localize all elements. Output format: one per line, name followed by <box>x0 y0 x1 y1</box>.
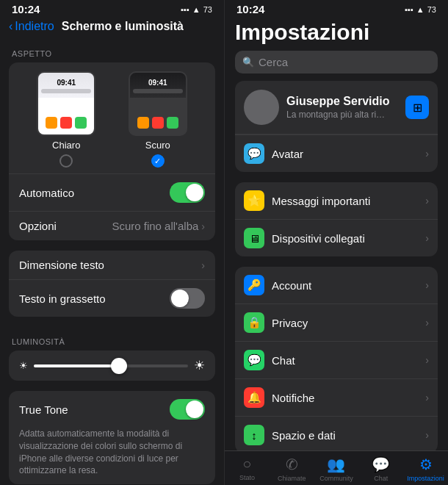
dark-thumb-bar <box>133 89 183 93</box>
impostazioni-title: Impostazioni <box>235 20 369 44</box>
opzioni-row[interactable]: Opzioni Scuro fino all'alba › <box>9 211 215 240</box>
tab-bar: ○ Stato ✆ Chiamate 👥 Community 💬 Chat ⚙ … <box>225 450 448 485</box>
left-status-icons: ▪▪▪ ▲ 73 <box>181 5 212 14</box>
automatico-label: Automatico <box>19 187 74 199</box>
dispositivi-label: Dispositivi collegati <box>272 232 418 245</box>
menu-row-messaggi[interactable]: ⭐ Messaggi importanti › <box>235 182 438 219</box>
light-radio[interactable] <box>59 154 73 168</box>
sun-large-icon: ☀ <box>194 358 205 373</box>
profile-row[interactable]: Giuseppe Servidio La montagna più alta r… <box>235 81 438 134</box>
back-button[interactable]: ‹ Indietro <box>9 20 54 33</box>
grassetto-toggle[interactable] <box>170 288 205 309</box>
brightness-thumb <box>111 358 127 374</box>
privacy-chevron: › <box>425 317 429 328</box>
thumb-icon-green <box>75 117 87 129</box>
left-time: 10:24 <box>12 3 40 15</box>
signal-icon: ▪▪▪ <box>181 5 189 14</box>
account-chevron: › <box>425 279 429 291</box>
truetone-toggle[interactable] <box>170 399 205 420</box>
profile-subtitle: La montagna più alta rimane se... <box>286 109 389 120</box>
light-thumb-bar <box>41 89 91 93</box>
light-theme-option[interactable]: 09:41 Chiaro <box>37 71 95 168</box>
tab-chiamate-label: Chiamate <box>278 475 306 482</box>
tab-chat[interactable]: 💬 Chat <box>358 456 403 482</box>
dark-theme-thumb: 09:41 <box>129 71 187 136</box>
right-nav: Impostazioni <box>225 17 448 51</box>
aspetto-section-label: ASPETTO <box>0 39 224 62</box>
privacy-icon: 🔒 <box>244 312 264 333</box>
dark-theme-option[interactable]: 09:41 Scuro ✓ <box>129 71 187 168</box>
brightness-row: ☀ ☀ <box>19 358 205 373</box>
account-icon: 🔑 <box>244 275 264 295</box>
brightness-fill <box>34 364 119 367</box>
menu-row-spazio[interactable]: ↕ Spazio e dati › <box>235 416 438 450</box>
light-thumb-time: 09:41 <box>38 79 94 87</box>
toggle-knob <box>186 184 203 201</box>
opzioni-label: Opzioni <box>19 220 57 232</box>
luminosita-label: LUMINOSITÀ <box>0 327 224 351</box>
profile-name: Giuseppe Servidio <box>286 95 398 108</box>
dispositivi-icon: 🖥 <box>244 228 264 248</box>
dark-thumb-icons <box>130 117 186 129</box>
spazio-label: Spazio e dati <box>272 429 418 442</box>
tab-community[interactable]: 👥 Community <box>314 456 359 482</box>
right-status-icons: ▪▪▪ ▲ 73 <box>405 5 436 14</box>
profile-grid-icon: ⊞ <box>405 96 429 119</box>
battery-icon: 73 <box>203 5 212 14</box>
tab-chat-label: Chat <box>374 475 388 482</box>
brightness-track[interactable] <box>34 364 188 367</box>
automatico-toggle[interactable] <box>170 182 205 203</box>
menu-row-account[interactable]: 🔑 Account › <box>235 267 438 303</box>
tab-impostazioni[interactable]: ⚙ Impostazioni <box>403 456 448 482</box>
thumb-icon-orange2 <box>137 117 149 129</box>
sun-small-icon: ☀ <box>19 360 28 371</box>
thumb-icon-orange <box>46 117 57 129</box>
brightness-card: ☀ ☀ <box>9 351 215 381</box>
automatico-row: Automatico <box>9 173 215 211</box>
chat-chevron: › <box>425 354 429 366</box>
account-label: Account <box>272 279 418 292</box>
screen-title: Schermo e luminosità <box>62 20 184 33</box>
truetone-label: True Tone <box>19 403 68 416</box>
section-card-2: 🔑 Account › 🔒 Privacy › 💬 Chat › 🔔 Notif… <box>235 267 438 450</box>
r-signal-icon: ▪▪▪ <box>405 5 413 14</box>
menu-row-chat[interactable]: 💬 Chat › <box>235 341 438 378</box>
opzioni-value: Scuro fino all'alba <box>112 220 198 232</box>
tab-stato-label: Stato <box>239 474 255 481</box>
dispositivi-chevron: › <box>425 232 429 244</box>
light-theme-thumb: 09:41 <box>37 71 95 136</box>
messaggi-label: Messaggi importanti <box>272 195 418 207</box>
notifiche-chevron: › <box>425 392 429 403</box>
tab-chiamate-icon: ✆ <box>286 456 298 473</box>
spazio-chevron: › <box>425 429 429 441</box>
thumb-icon-red2 <box>152 117 164 129</box>
chevron-left-icon: ‹ <box>9 20 12 33</box>
light-label: Chiaro <box>52 140 80 151</box>
thumb-icon-green2 <box>167 117 178 129</box>
tab-impostazioni-icon: ⚙ <box>419 456 433 473</box>
truetone-card: True Tone Adatta automaticamente la moda… <box>9 391 215 484</box>
right-scroll-content: 🔍 Cerca Giuseppe Servidio La montagna pi… <box>225 51 448 450</box>
messaggi-icon: ⭐ <box>244 190 264 211</box>
tab-stato-icon: ○ <box>242 456 251 473</box>
menu-row-notifiche[interactable]: 🔔 Notifiche › <box>235 378 438 416</box>
search-bar[interactable]: 🔍 Cerca <box>235 51 438 73</box>
dimensione-chevron: › <box>201 259 205 271</box>
tab-community-label: Community <box>319 475 353 482</box>
dimensione-testo-row[interactable]: Dimensione testo › <box>9 251 215 279</box>
tab-stato[interactable]: ○ Stato <box>225 456 270 482</box>
chat-label: Chat <box>272 354 418 367</box>
menu-row-avatar[interactable]: 💬 Avatar › <box>235 134 438 172</box>
avatar <box>244 90 279 125</box>
truetone-knob <box>186 400 203 418</box>
search-placeholder: Cerca <box>259 56 288 68</box>
profile-info: Giuseppe Servidio La montagna più alta r… <box>286 95 398 120</box>
tab-chiamate[interactable]: ✆ Chiamate <box>270 456 314 482</box>
menu-row-privacy[interactable]: 🔒 Privacy › <box>235 303 438 341</box>
appearance-card: 09:41 Chiaro 09:41 <box>9 62 215 240</box>
left-nav-bar: ‹ Indietro Schermo e luminosità <box>0 17 224 39</box>
left-scroll-content: ASPETTO 09:41 Chiaro <box>0 39 224 485</box>
dark-radio[interactable]: ✓ <box>151 154 165 168</box>
opzioni-chevron: › <box>201 220 205 232</box>
menu-row-dispositivi[interactable]: 🖥 Dispositivi collegati › <box>235 219 438 256</box>
